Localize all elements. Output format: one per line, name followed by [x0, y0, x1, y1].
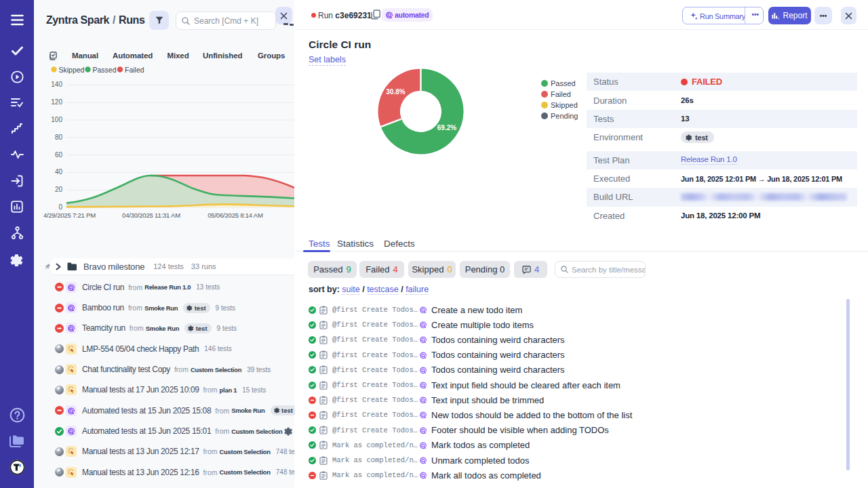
svg-text:04/30/2025 11:31 AM: 04/30/2025 11:31 AM [122, 211, 180, 219]
svg-text:120: 120 [51, 98, 62, 106]
svg-text:05/06/2025 8:14 AM: 05/06/2025 8:14 AM [208, 211, 263, 219]
svg-text:Passed: Passed [93, 66, 117, 74]
svg-text:0: 0 [58, 203, 62, 211]
svg-text:4/29/2025 7:21 PM: 4/29/2025 7:21 PM [43, 211, 96, 219]
svg-text:80: 80 [55, 134, 63, 141]
svg-text:140: 140 [51, 81, 62, 88]
svg-text:69.2%: 69.2% [437, 124, 456, 131]
svg-text:Failed: Failed [125, 66, 144, 74]
svg-text:20: 20 [55, 186, 63, 193]
svg-text:100: 100 [51, 116, 62, 123]
svg-text:Skipped: Skipped [59, 66, 85, 74]
svg-text:60: 60 [55, 151, 63, 159]
svg-text:30.8%: 30.8% [386, 88, 405, 96]
svg-text:40: 40 [55, 168, 63, 176]
